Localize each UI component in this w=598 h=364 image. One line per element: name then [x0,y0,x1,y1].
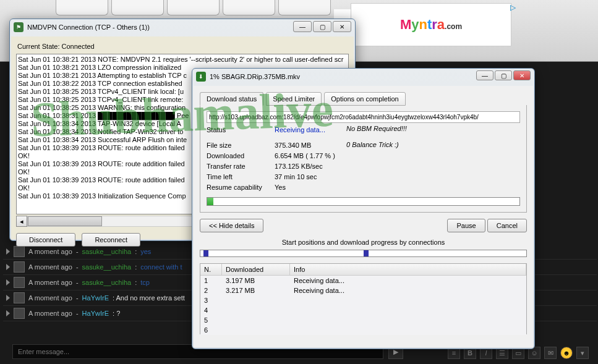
close-button[interactable]: ✕ [333,21,351,32]
chevron-right-icon [6,264,10,270]
progress-bar [207,197,520,206]
table-row[interactable]: 23.217 MBReceiving data... [200,286,526,295]
timeleft-label: Time left [207,173,275,180]
chevron-right-icon [6,310,10,316]
scroll-thumb[interactable] [28,216,102,226]
rate-label: Transfer rate [207,163,275,170]
cancel-button[interactable]: Cancel [487,219,527,232]
idm-title: 1% SBAGR.DRip.375MB.mkv [210,73,300,80]
hide-details-button[interactable]: << Hide details [200,219,263,232]
myntra-logo: Myntra.com [400,17,462,33]
reconnect-button[interactable]: Reconnect [82,233,140,247]
vpn-state-label: Current State: Connected [16,41,349,51]
chat-msg: connect with t [140,263,182,271]
ad-banner[interactable]: Myntra.com [351,3,511,46]
close-button[interactable]: ✕ [513,70,531,80]
disconnect-button[interactable]: Disconnect [16,233,75,247]
mail-icon[interactable]: ✉ [544,347,557,359]
chat-msg: : And no more extra sett [113,294,185,302]
vpn-titlebar[interactable]: ⚑ NMDVPN Connection (TCP - Others (1)) —… [10,19,355,35]
maximize-button[interactable]: ▢ [313,21,331,32]
chat-time: A moment ago [28,263,72,271]
avatar [14,292,25,303]
col-info[interactable]: Info [290,264,526,275]
tab-options-completion[interactable]: Options on completion [324,92,405,106]
status-value: Receiving data... [275,126,325,133]
chat-user[interactable]: sasuke__uchiha [82,263,132,271]
chevron-right-icon [6,248,10,255]
downloaded-label: Downloaded [207,152,275,159]
filesize-label: File size [207,142,275,149]
adchoices-icon[interactable]: ▷ [510,3,519,12]
overflow-icon[interactable]: ▾ [576,347,589,359]
minimize-button[interactable]: — [293,21,312,32]
connections-bar [200,250,527,257]
chat-time: A moment ago [28,248,72,255]
table-row[interactable]: 6 [200,325,526,335]
rate-value: 173.125 KB/sec [275,163,323,170]
vpn-app-icon: ⚑ [14,22,23,32]
chat-time: A moment ago [28,279,72,286]
status-label: Status [207,126,275,133]
browser-tab[interactable] [111,0,164,15]
avatar [14,261,25,273]
resume-value: Yes [275,184,286,191]
table-row[interactable]: 3 [200,295,526,305]
table-row[interactable]: 4 [200,305,526,315]
chat-time: A moment ago [28,294,72,302]
chevron-right-icon [6,279,10,286]
filesize-value: 375.340 MB [275,142,311,149]
table-row[interactable]: 5 [200,315,526,325]
resume-label: Resume capability [207,184,275,191]
table-row[interactable]: 13.197 MBReceiving data... [200,276,526,286]
tab-speed-limiter[interactable]: Speed Limiter [266,92,322,106]
scroll-left-icon[interactable]: ◂ [16,216,27,227]
chat-user[interactable]: sasuke__uchiha [82,248,132,255]
timeleft-value: 37 min 10 sec [275,173,317,180]
col-downloaded[interactable]: Downloaded [222,264,290,275]
idm-app-icon: ⬇ [196,72,206,82]
chat-user[interactable]: sasuke__uchiha [82,279,132,286]
vpn-title: NMDVPN Connection (TCP - Others (1)) [27,23,150,31]
avatar [14,246,25,257]
connections-table: N. Downloaded Info 13.197 MBReceiving da… [200,263,527,334]
minimize-button[interactable]: — [476,70,493,80]
chat-msg: tcp [140,279,150,286]
browser-tab[interactable] [56,0,108,15]
avatar [14,308,25,319]
chat-user[interactable]: HaYwIrE [82,310,109,317]
browser-tab[interactable] [223,0,275,15]
connections-label: Start positions and download progress by… [200,239,527,246]
browser-tab[interactable] [278,0,331,15]
chevron-right-icon [6,295,10,301]
progress-fill [207,198,213,205]
idm-titlebar[interactable]: ⬇ 1% SBAGR.DRip.375MB.mkv — ▢ ✕ [192,69,534,85]
tab-download-status[interactable]: Download status [200,92,263,106]
emoji-icon[interactable]: ☻ [560,347,573,359]
chat-msg: yes [140,248,151,255]
avatar [14,277,25,288]
chat-user[interactable]: HaYwIrE [82,294,109,302]
col-n[interactable]: N. [200,264,222,275]
download-url-field[interactable] [207,111,520,123]
chat-time: A moment ago [28,310,72,317]
idm-window: ⬇ 1% SBAGR.DRip.375MB.mkv — ▢ ✕ Download… [192,68,535,349]
downloaded-value: 6.654 MB ( 1.77 % ) [275,152,335,159]
browser-tabs [56,0,331,15]
browser-tab[interactable] [167,0,220,15]
maximize-button[interactable]: ▢ [495,70,512,80]
pause-button[interactable]: Pause [447,219,485,232]
chat-msg: : ? [113,310,120,317]
